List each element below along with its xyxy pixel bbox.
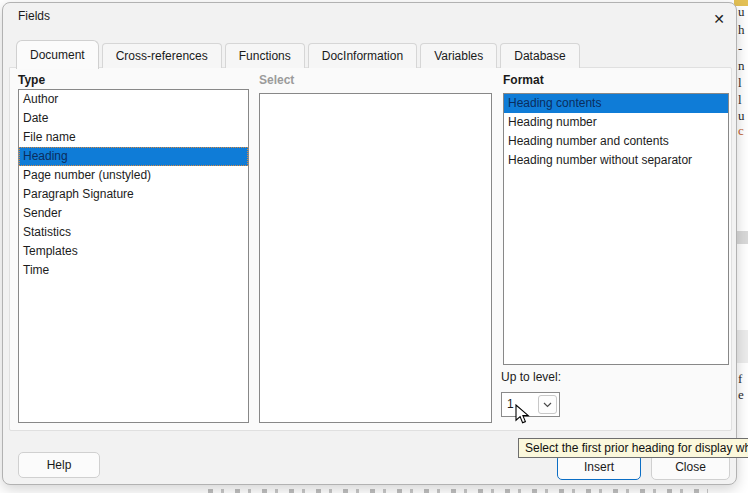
close-icon: ✕	[713, 11, 725, 27]
document-fragment	[737, 330, 748, 363]
type-list-item[interactable]: Sender	[19, 204, 248, 223]
document-text-fragment: n	[738, 58, 748, 74]
type-list-item[interactable]: File name	[19, 128, 248, 147]
fields-dialog: Fields ✕ Document Cross-references Funct…	[2, 2, 737, 485]
up-to-level-value: 1	[507, 397, 514, 411]
tab-bar: Document Cross-references Functions DocI…	[16, 39, 580, 68]
format-list-item[interactable]: Heading number and contents	[504, 132, 728, 151]
dialog-title: Fields	[18, 9, 50, 23]
tab-variables[interactable]: Variables	[420, 43, 497, 68]
tab-docinformation[interactable]: DocInformation	[308, 43, 417, 68]
select-listbox[interactable]	[259, 93, 492, 423]
up-to-level-combobox[interactable]: 1	[501, 392, 560, 417]
screen: u h - n l l u c f e Fields ✕ Document Cr…	[0, 0, 748, 493]
document-text-fragment: e	[738, 387, 748, 403]
document-text-fragment: h	[738, 22, 748, 38]
document-scrollbar-fragment	[737, 231, 748, 244]
tab-cross-references[interactable]: Cross-references	[102, 43, 222, 68]
format-list-item[interactable]: Heading number without separator	[504, 151, 728, 170]
mouse-cursor-icon	[515, 404, 530, 425]
document-text-fragment: f	[738, 371, 748, 387]
type-listbox[interactable]: Author Date File name Heading Page numbe…	[18, 89, 249, 423]
type-list-item[interactable]: Author	[19, 90, 248, 109]
help-button[interactable]: Help	[18, 452, 100, 478]
type-list-item[interactable]: Time	[19, 261, 248, 280]
type-list-item[interactable]: Page number (unstyled)	[19, 166, 248, 185]
type-list-item-selected[interactable]: Heading	[19, 147, 248, 166]
document-text-fragment: u	[738, 108, 748, 124]
up-to-level-dropdown-button[interactable]	[538, 395, 557, 414]
up-to-level-label: Up to level:	[501, 370, 561, 384]
document-highlight-fragment	[734, 0, 748, 6]
document-text-fragment: u	[738, 4, 748, 20]
document-text-fragment-bottom	[208, 489, 708, 493]
format-list-item-selected[interactable]: Heading contents	[504, 94, 728, 113]
document-text-fragment: -	[738, 41, 748, 57]
document-text-fragment: l	[738, 75, 748, 91]
format-listbox[interactable]: Heading contents Heading number Heading …	[503, 93, 729, 365]
tooltip: Select the first prior heading for displ…	[518, 438, 748, 458]
document-text-fragment: l	[738, 92, 748, 108]
type-list-item[interactable]: Paragraph Signature	[19, 185, 248, 204]
type-list-item[interactable]: Templates	[19, 242, 248, 261]
titlebar-close-button[interactable]: ✕	[703, 6, 735, 32]
tab-database[interactable]: Database	[500, 43, 579, 68]
tab-functions[interactable]: Functions	[225, 43, 305, 68]
select-label: Select	[259, 73, 294, 87]
tab-document[interactable]: Document	[16, 40, 99, 69]
format-label: Format	[503, 73, 544, 87]
format-list-item[interactable]: Heading number	[504, 113, 728, 132]
type-list-item[interactable]: Date	[19, 109, 248, 128]
type-label: Type	[18, 73, 45, 87]
type-list-item[interactable]: Statistics	[19, 223, 248, 242]
document-text-fragment: c	[738, 123, 748, 139]
chevron-down-icon	[543, 402, 552, 408]
